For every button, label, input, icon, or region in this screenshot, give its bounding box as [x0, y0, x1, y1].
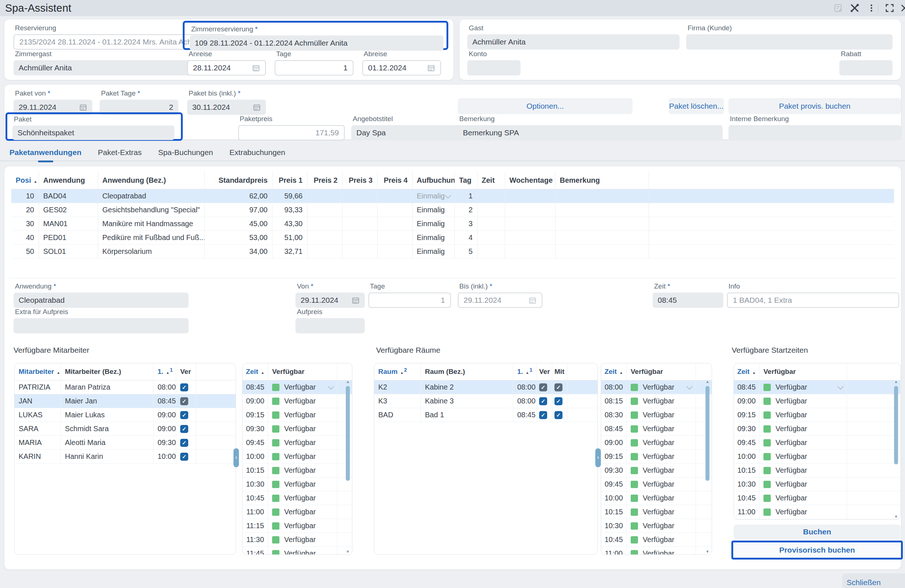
time-slot-row[interactable]: 10:45Verfügbar	[734, 491, 900, 505]
col-preis4[interactable]: Preis 4	[377, 172, 412, 189]
time-slot-row[interactable]: 10:30Verfügbar	[734, 477, 900, 491]
scrollbar[interactable]: ▲▼	[705, 381, 710, 552]
calendar-icon[interactable]	[253, 103, 261, 111]
bis-input[interactable]: 29.11.2024	[458, 292, 542, 308]
calendar-icon[interactable]	[529, 296, 537, 304]
calendar-icon[interactable]	[79, 103, 87, 111]
col-mitarbeiter[interactable]: Mitarbeiter2	[14, 363, 61, 380]
col-zeit[interactable]: Zeit	[477, 172, 505, 189]
checkbox-checked[interactable]	[554, 383, 562, 391]
time-slot-row[interactable]: 11:00Verfügbar	[734, 505, 900, 519]
time-slot-row[interactable]: 09:30Verfügbar	[243, 422, 352, 436]
staff-row[interactable]: JAN Maier Jan 08:45	[14, 394, 236, 408]
close-icon[interactable]	[899, 3, 905, 13]
time-slot-row[interactable]: 10:00Verfügbar	[734, 450, 900, 464]
calendar-icon[interactable]	[252, 64, 260, 72]
time-slot-row[interactable]: 10:45Verfügbar	[243, 491, 352, 505]
paket-provis-buchen-button[interactable]: Paket provis. buchen	[729, 98, 901, 114]
staff-row[interactable]: LUKAS Maier Lukas 09:00	[14, 408, 236, 422]
time-slot-row[interactable]: 08:45Verfügbar	[601, 422, 712, 436]
table-row[interactable]: 40 PED01 Pediküre mit Fußbad und Fuß... …	[11, 231, 894, 245]
chevron-down-icon[interactable]	[686, 383, 693, 389]
form-tage-input[interactable]: 1	[368, 292, 451, 308]
anwendung-input[interactable]: Cleopatrabad	[13, 292, 189, 308]
time-slot-row[interactable]: 09:45Verfügbar	[243, 436, 352, 450]
paket-bis-input[interactable]: 30.11.2024	[187, 100, 266, 115]
time-slot-row[interactable]: 10:30Verfügbar	[243, 477, 352, 491]
time-slot-row[interactable]: 09:45Verfügbar	[734, 436, 900, 450]
time-slot-row[interactable]: 10:00Verfügbar	[243, 450, 352, 464]
scroll-down-icon[interactable]: ▼	[705, 549, 710, 554]
col-preis2[interactable]: Preis 2	[307, 172, 342, 189]
col-tag[interactable]: Tag	[454, 172, 477, 189]
schliessen-button[interactable]: Schließen	[842, 574, 905, 588]
provisorisch-buchen-button[interactable]: Provisorisch buchen	[731, 540, 903, 559]
time-slot-row[interactable]: 11:30Verfügbar	[243, 533, 352, 547]
col-bemerkung[interactable]: Bemerkung	[555, 172, 649, 189]
time-slot-row[interactable]: 09:00Verfügbar	[734, 394, 900, 408]
checkbox-checked[interactable]	[180, 425, 188, 433]
staff-row[interactable]: PATRIZIA Maran Patriza 08:00	[14, 380, 236, 394]
time-slot-row[interactable]: 08:45Verfügbar	[734, 380, 900, 394]
time-slot-row[interactable]: 09:00Verfügbar	[601, 436, 712, 450]
checkbox-checked[interactable]	[554, 411, 562, 419]
col-first-time[interactable]: 1.1	[513, 363, 537, 380]
chevron-down-icon[interactable]	[838, 383, 844, 389]
buchen-button[interactable]: Buchen	[734, 524, 900, 539]
col-wochentage[interactable]: Wochentage	[505, 172, 555, 189]
kebab-menu-icon[interactable]	[866, 3, 877, 13]
time-slot-row[interactable]: 09:15Verfügbar	[734, 408, 900, 422]
time-slot-row[interactable]: 09:15Verfügbar	[243, 408, 352, 422]
chevron-down-icon[interactable]	[328, 383, 334, 389]
calendar-icon[interactable]	[352, 296, 360, 304]
col-anwendung[interactable]: Anwendung	[39, 172, 98, 189]
rabatt-input[interactable]	[839, 60, 892, 76]
time-slot-row[interactable]: 10:15Verfügbar	[601, 505, 712, 519]
staff-row[interactable]: MARIA Aleotti Maria 09:30	[14, 436, 236, 450]
checkbox-checked[interactable]	[180, 453, 188, 461]
paketpreis-input[interactable]: 171,59	[238, 125, 345, 140]
time-slot-row[interactable]: 11:00Verfügbar	[243, 505, 352, 519]
scroll-down-icon[interactable]: ▼	[345, 549, 350, 554]
expand-handle-icon[interactable]	[233, 448, 239, 467]
col-zeit[interactable]: Zeit	[243, 363, 268, 380]
paket-input[interactable]: Schönheitspaket	[13, 126, 175, 140]
bemerkung-input[interactable]: Bemerkung SPA	[458, 125, 722, 140]
tab-paket-extras[interactable]: Paket-Extras	[98, 148, 141, 157]
time-slot-row[interactable]: 09:30Verfügbar	[601, 464, 712, 477]
tage-input[interactable]: 1	[275, 60, 354, 76]
col-verfuegbar[interactable]: Verfügbar	[759, 363, 847, 380]
col-zeit[interactable]: Zeit	[601, 363, 627, 380]
col-mitarbeiter[interactable]: Mit	[552, 363, 568, 380]
col-verfuegbar[interactable]: Ver	[176, 363, 196, 380]
time-slot-row[interactable]: 11:45Verfügbar	[243, 547, 352, 555]
staff-row[interactable]: KARIN Hanni Karin 10:00	[14, 450, 236, 464]
paket-loeschen-button[interactable]: Paket löschen...	[668, 98, 724, 114]
checkbox-checked[interactable]	[539, 383, 547, 391]
time-slot-row[interactable]: 08:00Verfügbar	[601, 380, 712, 394]
checkbox-checked[interactable]	[180, 411, 188, 419]
col-raum-bez[interactable]: Raum (Bez.)	[421, 363, 513, 380]
col-zeit[interactable]: Zeit	[734, 363, 759, 380]
zeit-input[interactable]: 08:45	[653, 292, 723, 308]
expand-handle-icon[interactable]	[595, 448, 601, 467]
time-slot-row[interactable]: 10:30Verfügbar	[601, 519, 712, 533]
scroll-up-icon[interactable]: ▲	[345, 379, 350, 384]
time-slot-row[interactable]: 09:30Verfügbar	[734, 422, 900, 436]
time-slot-row[interactable]: 10:15Verfügbar	[734, 464, 900, 477]
firma-input[interactable]	[686, 34, 892, 49]
tab-paketanwendungen[interactable]: Paketanwendungen	[10, 148, 81, 157]
table-row[interactable]: 50 SOL01 Körpersolarium 34,00 32,71 Einm…	[11, 245, 894, 259]
tab-extrabuchungen[interactable]: Extrabuchungen	[229, 148, 285, 157]
konto-input[interactable]	[467, 60, 521, 76]
checkbox-checked[interactable]	[180, 383, 188, 391]
col-first-time[interactable]: 1.1	[154, 363, 176, 380]
checkbox-checked[interactable]	[180, 397, 188, 405]
tab-spa-buchungen[interactable]: Spa-Buchungen	[158, 148, 213, 157]
time-slot-row[interactable]: 10:15Verfügbar	[243, 464, 352, 477]
room-row[interactable]: K2 Kabine 2 08:00	[374, 380, 597, 394]
checkbox-checked[interactable]	[539, 397, 547, 405]
table-row[interactable]: 20 GES02 Gesichtsbehandlung "Special" 97…	[11, 203, 894, 217]
table-row[interactable]: 10 BAD04 Cleopatrabad 62,00 59,66 Einmal…	[11, 189, 894, 203]
gast-input[interactable]: Achmüller Anita	[467, 34, 680, 49]
